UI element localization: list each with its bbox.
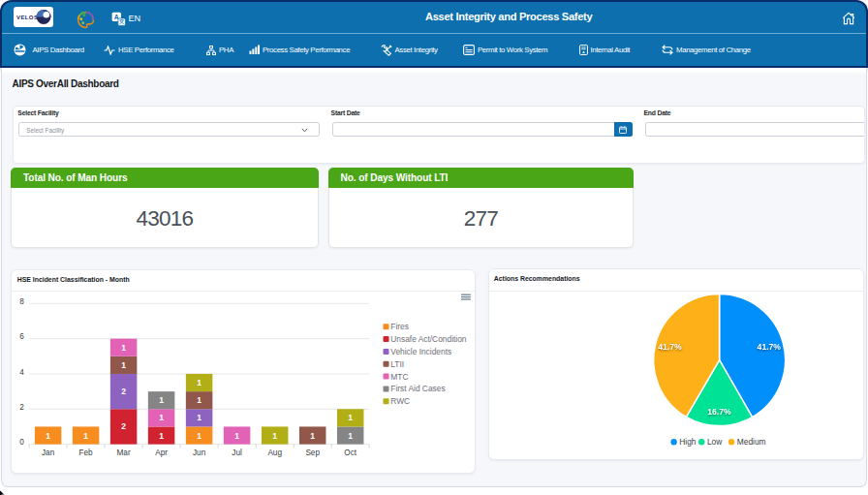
svg-text:Jun: Jun (193, 449, 206, 457)
svg-text:1: 1 (121, 343, 126, 353)
svg-text:41.7%: 41.7% (658, 342, 682, 352)
svg-text:1: 1 (46, 431, 50, 441)
svg-text:2: 2 (121, 387, 126, 396)
svg-text:Unsafe Act/Condition: Unsafe Act/Condition (390, 334, 467, 344)
svg-text:Fires: Fires (390, 322, 409, 331)
svg-text:Low: Low (707, 437, 723, 447)
svg-text:4: 4 (19, 368, 24, 377)
svg-text:0: 0 (19, 438, 24, 447)
svg-text:High: High (679, 437, 697, 447)
svg-text:Mar: Mar (117, 449, 131, 457)
svg-text:1: 1 (310, 431, 315, 441)
svg-text:1: 1 (159, 431, 164, 441)
svg-text:Sep: Sep (305, 449, 320, 457)
svg-text:RWC: RWC (390, 396, 410, 406)
svg-text:41.7%: 41.7% (758, 342, 782, 352)
svg-text:Aug: Aug (267, 449, 282, 457)
svg-text:Oct: Oct (344, 449, 356, 457)
svg-text:Jan: Jan (42, 449, 55, 457)
svg-text:1: 1 (83, 431, 88, 441)
svg-text:1: 1 (234, 431, 239, 441)
svg-text:1: 1 (348, 413, 353, 422)
svg-text:1: 1 (197, 395, 202, 405)
svg-text:1: 1 (348, 431, 353, 441)
svg-text:MTC: MTC (390, 372, 408, 382)
svg-text:Vehicle Incidents: Vehicle Incidents (390, 347, 451, 356)
svg-text:LTII: LTII (390, 359, 404, 369)
svg-text:1: 1 (197, 431, 202, 441)
svg-text:1: 1 (159, 395, 164, 405)
svg-text:2: 2 (19, 403, 24, 412)
svg-text:First Aid Cases: First Aid Cases (390, 384, 445, 393)
svg-text:1: 1 (197, 413, 202, 422)
svg-text:1: 1 (197, 378, 202, 387)
svg-text:Medium: Medium (737, 437, 766, 447)
svg-text:Apr: Apr (155, 449, 168, 457)
svg-text:Jul: Jul (232, 449, 242, 457)
svg-text:2: 2 (121, 421, 126, 431)
svg-text:1: 1 (159, 413, 164, 422)
svg-text:6: 6 (19, 332, 24, 341)
svg-text:1: 1 (272, 431, 277, 441)
svg-text:16.7%: 16.7% (707, 407, 731, 417)
svg-text:1: 1 (121, 360, 126, 370)
svg-text:8: 8 (19, 297, 24, 306)
svg-text:Feb: Feb (79, 449, 94, 457)
